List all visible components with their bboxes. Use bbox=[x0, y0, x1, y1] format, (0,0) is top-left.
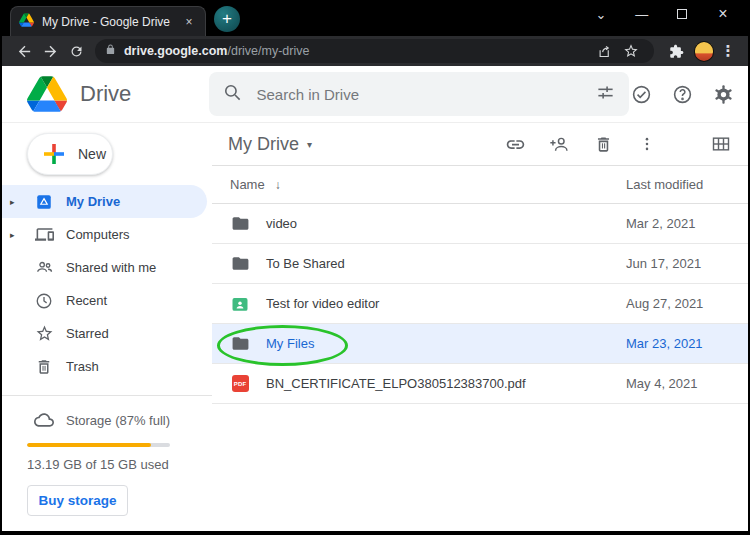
refresh-button[interactable] bbox=[63, 38, 89, 64]
maximize-icon bbox=[677, 9, 687, 19]
url-text: drive.google.com/drive/my-drive bbox=[124, 44, 309, 58]
buy-storage-button[interactable]: Buy storage bbox=[27, 485, 128, 516]
column-name[interactable]: Name bbox=[230, 177, 265, 192]
file-name: To Be Shared bbox=[266, 256, 345, 271]
new-tab-button[interactable]: + bbox=[214, 6, 240, 32]
folder-icon bbox=[230, 214, 250, 234]
new-button-label: New bbox=[78, 146, 106, 162]
sidebar-divider bbox=[2, 395, 212, 396]
close-window-button[interactable]: × bbox=[708, 5, 738, 23]
grid-view-icon[interactable] bbox=[710, 133, 732, 155]
sidebar-item-starred[interactable]: Starred bbox=[2, 317, 207, 350]
star-icon bbox=[34, 324, 54, 344]
search-icon bbox=[223, 83, 242, 106]
file-row-video[interactable]: video Mar 2, 2021 bbox=[212, 204, 748, 244]
sidebar-item-trash[interactable]: Trash bbox=[2, 350, 207, 383]
file-row-test-for-video-editor[interactable]: Test for video editor Aug 27, 2021 bbox=[212, 284, 748, 324]
browser-window: My Drive - Google Drive × + ⌄ — × drive.… bbox=[0, 0, 750, 535]
drive-favicon-icon bbox=[19, 13, 34, 31]
main-content: My Drive ▾ bbox=[212, 123, 748, 531]
storage-usage-text: 13.19 GB of 15 GB used bbox=[27, 457, 212, 472]
browser-menu-icon[interactable]: ⋮ bbox=[718, 42, 738, 60]
plus-icon bbox=[42, 142, 66, 166]
clock-icon bbox=[34, 291, 54, 311]
sidebar-item-label: Recent bbox=[66, 293, 107, 308]
drive-app: Drive bbox=[2, 66, 748, 531]
profile-avatar[interactable] bbox=[694, 41, 715, 62]
url-path: /drive/my-drive bbox=[227, 44, 309, 58]
browser-tab[interactable]: My Drive - Google Drive × bbox=[10, 6, 206, 36]
sidebar: New ▸ My Drive ▸ bbox=[2, 123, 212, 531]
drive-logo[interactable]: Drive bbox=[2, 76, 209, 112]
tab-search-chevron-icon[interactable]: ⌄ bbox=[586, 7, 616, 22]
shared-folder-icon bbox=[230, 294, 250, 314]
sidebar-item-label: Starred bbox=[66, 326, 109, 341]
sidebar-nav: ▸ My Drive ▸ Computers bbox=[2, 185, 212, 383]
folder-icon bbox=[230, 254, 250, 274]
bookmark-star-icon[interactable] bbox=[618, 38, 644, 64]
settings-gear-icon[interactable] bbox=[711, 82, 735, 106]
share-person-add-icon[interactable] bbox=[548, 133, 570, 155]
view-title[interactable]: My Drive bbox=[228, 134, 299, 155]
main-toolbar: My Drive ▾ bbox=[212, 123, 748, 166]
drive-logo-icon bbox=[27, 76, 67, 112]
offline-status-check-icon[interactable] bbox=[629, 82, 653, 106]
file-list-header: Name ↓ Last modified bbox=[212, 166, 748, 204]
forward-button[interactable] bbox=[38, 38, 64, 64]
sidebar-item-recent[interactable]: Recent bbox=[2, 284, 207, 317]
header-actions bbox=[629, 82, 748, 106]
people-icon bbox=[34, 258, 54, 278]
address-bar[interactable]: drive.google.com/drive/my-drive bbox=[95, 39, 654, 63]
sidebar-item-label: Shared with me bbox=[66, 260, 156, 275]
column-last-modified[interactable]: Last modified bbox=[626, 177, 748, 192]
search-bar[interactable] bbox=[209, 72, 629, 116]
file-row-pdf-certificate[interactable]: PDF BN_CERTIFICATE_ELPO380512383700.pdf … bbox=[212, 364, 748, 404]
tab-title: My Drive - Google Drive bbox=[42, 15, 181, 29]
maximize-button[interactable] bbox=[667, 7, 697, 22]
storage-progress-fill bbox=[27, 443, 151, 447]
search-input[interactable] bbox=[256, 86, 596, 103]
file-name: BN_CERTIFICATE_ELPO380512383700.pdf bbox=[266, 376, 526, 391]
pdf-badge: PDF bbox=[232, 375, 249, 392]
file-name: Test for video editor bbox=[266, 296, 379, 311]
view-title-caret-icon[interactable]: ▾ bbox=[307, 139, 312, 150]
sidebar-item-shared-with-me[interactable]: Shared with me bbox=[2, 251, 207, 284]
file-row-my-files[interactable]: My Files Mar 23, 2021 bbox=[212, 324, 748, 364]
trash-icon bbox=[34, 357, 54, 377]
sidebar-item-label: Trash bbox=[66, 359, 99, 374]
more-options-icon[interactable] bbox=[636, 133, 658, 155]
file-date: Aug 27, 2021 bbox=[626, 296, 748, 311]
expand-arrow-icon[interactable]: ▸ bbox=[10, 230, 24, 240]
share-icon[interactable] bbox=[592, 38, 618, 64]
file-row-to-be-shared[interactable]: To Be Shared Jun 17, 2021 bbox=[212, 244, 748, 284]
sidebar-item-my-drive[interactable]: ▸ My Drive bbox=[2, 185, 207, 218]
new-button[interactable]: New bbox=[27, 133, 113, 175]
tab-close-icon[interactable]: × bbox=[181, 14, 197, 30]
tab-strip: My Drive - Google Drive × + ⌄ — × bbox=[2, 0, 748, 36]
search-options-tune-icon[interactable] bbox=[596, 83, 615, 106]
storage-section[interactable]: Storage (87% full) bbox=[2, 410, 212, 430]
expand-arrow-icon[interactable]: ▸ bbox=[10, 197, 24, 207]
browser-toolbar: drive.google.com/drive/my-drive ⋮ bbox=[2, 36, 748, 66]
computers-icon bbox=[34, 225, 54, 245]
file-date: Jun 17, 2021 bbox=[626, 256, 748, 271]
file-name: My Files bbox=[266, 336, 314, 351]
sidebar-item-label: Computers bbox=[66, 227, 130, 242]
back-button[interactable] bbox=[12, 38, 38, 64]
help-icon[interactable] bbox=[670, 82, 694, 106]
file-date: Mar 2, 2021 bbox=[626, 216, 748, 231]
sidebar-item-computers[interactable]: ▸ Computers bbox=[2, 218, 207, 251]
get-link-icon[interactable] bbox=[504, 133, 526, 155]
cloud-icon bbox=[34, 410, 54, 430]
sort-descending-icon[interactable]: ↓ bbox=[275, 178, 281, 192]
sidebar-item-label: My Drive bbox=[66, 194, 120, 209]
extensions-puzzle-icon[interactable] bbox=[664, 38, 690, 64]
minimize-button[interactable]: — bbox=[627, 7, 657, 22]
storage-label: Storage (87% full) bbox=[66, 413, 170, 428]
window-controls: ⌄ — × bbox=[586, 2, 738, 26]
delete-icon[interactable] bbox=[592, 133, 614, 155]
lock-icon bbox=[105, 42, 116, 60]
file-date: Mar 23, 2021 bbox=[626, 336, 748, 351]
file-name: video bbox=[266, 216, 297, 231]
my-drive-icon bbox=[34, 192, 54, 212]
